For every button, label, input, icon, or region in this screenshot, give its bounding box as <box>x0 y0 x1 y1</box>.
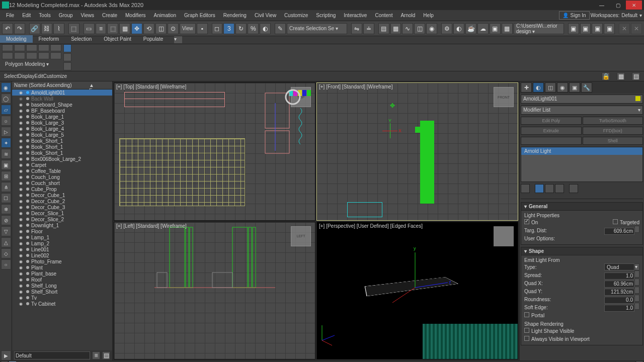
se-filter-d[interactable]: ○ <box>1 259 11 269</box>
scene-item[interactable]: ◉Back Wall <box>12 96 112 102</box>
modifier-list-dropdown[interactable]: Modifier List▾ <box>521 106 643 115</box>
object-name-field[interactable]: ArnoldLight001 <box>521 95 643 104</box>
scene-footer-btn1[interactable]: ≡ <box>92 351 100 359</box>
schematic-view[interactable]: ◫ <box>414 23 425 34</box>
scene-item[interactable]: ◉Book_Large_5 <box>12 132 112 138</box>
poly-btn-4[interactable] <box>38 44 49 51</box>
scene-item[interactable]: ◉Lamp_2 <box>12 240 112 246</box>
scene-item[interactable]: ◉Photo_Frame <box>12 258 112 264</box>
scene-item[interactable]: ◉Tv Cabinet <box>12 301 112 307</box>
visibility-toggle[interactable]: ◉ <box>19 235 24 240</box>
render-state[interactable]: ▣ <box>604 23 615 34</box>
se-menu-select[interactable]: Select <box>4 73 18 79</box>
scene-item[interactable]: ◉BF_Baseboard <box>12 108 112 114</box>
scene-item[interactable]: ◉Decor_Slice_1 <box>12 210 112 216</box>
mirror-button[interactable]: ⇋ <box>351 23 362 34</box>
visibility-toggle[interactable]: ◉ <box>19 211 24 216</box>
visibility-toggle[interactable]: ◉ <box>19 151 24 155</box>
se-filter-bone[interactable]: ⋔ <box>1 182 11 192</box>
se-menu-customize[interactable]: Customize <box>43 73 67 79</box>
visibility-toggle[interactable]: ◉ <box>19 157 24 161</box>
ribbon-toggle-icon[interactable]: ▾ <box>174 36 182 43</box>
visibility-toggle[interactable]: ◉ <box>19 290 24 294</box>
se-filter-frozen[interactable]: ❄ <box>1 204 11 214</box>
se-display-all[interactable]: ◉ <box>1 82 11 93</box>
scene-search-input[interactable] <box>14 351 90 359</box>
scene-item[interactable]: ◉Book_Large_3 <box>12 120 112 126</box>
scene-item[interactable]: ◉Lamp_1 <box>12 234 112 240</box>
modbtn-shell[interactable]: Shell <box>583 137 643 145</box>
poly-btn-6[interactable] <box>2 52 13 59</box>
scene-item[interactable]: ◉Book_Short_1 <box>12 150 112 156</box>
menu-views[interactable]: Views <box>77 11 99 20</box>
scene-item[interactable]: ◉Decor_Cube_2 <box>12 198 112 204</box>
poly-btn-8[interactable] <box>26 52 37 59</box>
scene-list[interactable]: ◉ArnoldLight001◉Back Wall◉baseboard_Shap… <box>12 89 112 350</box>
scene-item[interactable]: ◉ArnoldLight001 <box>12 89 112 96</box>
chk-aviv[interactable] <box>524 336 529 341</box>
extra-tool-1[interactable]: ✕ <box>619 23 630 34</box>
softedge-input[interactable] <box>604 305 634 312</box>
render-region[interactable]: ▣ <box>592 23 603 34</box>
menu-arnold[interactable]: Arnold <box>396 11 419 20</box>
visibility-toggle[interactable]: ◉ <box>19 223 24 228</box>
se-tool-1[interactable]: ▦ <box>617 72 625 80</box>
se-filter-b[interactable]: △ <box>1 237 11 247</box>
se-filter-geom[interactable]: ◯ <box>1 94 11 104</box>
se-filter-light[interactable]: ☼ <box>1 116 11 126</box>
poly-btn-9[interactable] <box>38 52 49 59</box>
menu-customize[interactable]: Customize <box>280 11 312 20</box>
close-button[interactable]: ✕ <box>626 1 642 10</box>
visibility-toggle[interactable]: ◉ <box>19 139 24 143</box>
se-filter-space[interactable]: ≋ <box>1 149 11 159</box>
cmd-tab-motion[interactable]: ◉ <box>557 82 568 93</box>
se-menu-display[interactable]: Display <box>18 73 35 79</box>
subobj-vertex[interactable] <box>63 44 71 52</box>
menu-rendering[interactable]: Rendering <box>219 11 251 20</box>
visibility-toggle[interactable]: ◉ <box>19 187 24 192</box>
render-setup[interactable]: ⚙ <box>441 23 452 34</box>
menu-content[interactable]: Content <box>371 11 396 20</box>
ribbon-tab-freeform[interactable]: Freeform <box>33 35 65 43</box>
viewport-front[interactable]: [+] [Front] [Standard] [Wireframe] FRONT… <box>316 82 518 221</box>
object-color-swatch[interactable] <box>635 96 640 101</box>
render-path[interactable]: C:\Users\Wi...erior design ▾ <box>514 23 564 34</box>
ribbon-tab-modeling[interactable]: Modeling <box>0 35 33 43</box>
se-filter-c[interactable]: ◇ <box>1 248 11 258</box>
render-prod[interactable]: ▣ <box>568 23 579 34</box>
se-filter-a[interactable]: ▽ <box>1 226 11 236</box>
subobj-edge[interactable] <box>63 53 71 61</box>
se-filter-xref[interactable]: ⊞ <box>1 171 11 181</box>
visibility-toggle[interactable]: ◉ <box>19 272 24 276</box>
scene-item[interactable]: ◉Book_Large_4 <box>12 126 112 132</box>
align-button[interactable]: ≐ <box>363 23 374 34</box>
menu-animation[interactable]: Animation <box>150 11 180 20</box>
menu-help[interactable]: Help <box>419 11 438 20</box>
scene-item[interactable]: ◉Line002 <box>12 252 112 258</box>
visibility-toggle[interactable]: ◉ <box>19 302 24 306</box>
scene-footer-btn2[interactable]: ▤ <box>102 351 110 359</box>
redo-button[interactable]: ↷ <box>14 23 25 34</box>
unlink-button[interactable]: ⛓ <box>41 23 52 34</box>
scene-item[interactable]: ◉Plant <box>12 264 112 270</box>
selset-dropdown[interactable]: Create Selection Se ▾ <box>287 23 347 34</box>
minimize-button[interactable]: — <box>594 1 610 10</box>
poly-btn-10[interactable] <box>50 52 61 59</box>
type-dropdown[interactable] <box>604 263 634 270</box>
visibility-toggle[interactable]: ◉ <box>19 247 24 252</box>
se-tool-2[interactable]: ▤ <box>632 72 640 80</box>
menu-edit[interactable]: Edit <box>18 11 35 20</box>
toggle-ribbon[interactable]: ▦ <box>390 23 401 34</box>
move-button[interactable]: ✥ <box>131 23 142 34</box>
percent-snap[interactable]: % <box>248 23 259 34</box>
scene-columns-header[interactable]: Name (Sorted Ascending) ▲ Frozen <box>12 81 112 89</box>
viewport-perspective[interactable]: [+] [Perspective] [User Defined] [Edged … <box>316 222 518 360</box>
visibility-toggle[interactable]: ◉ <box>19 253 24 258</box>
placement-button[interactable]: ⊙ <box>168 23 179 34</box>
modbtn-turbo[interactable]: TurboSmooth <box>583 117 643 125</box>
visibility-toggle[interactable]: ◉ <box>19 205 24 210</box>
maximize-button[interactable]: ▢ <box>610 1 626 10</box>
curve-editor[interactable]: ∿ <box>402 23 413 34</box>
angle-snap[interactable]: ↻ <box>235 23 247 34</box>
se-expand-icon[interactable]: ▶ <box>1 350 11 360</box>
